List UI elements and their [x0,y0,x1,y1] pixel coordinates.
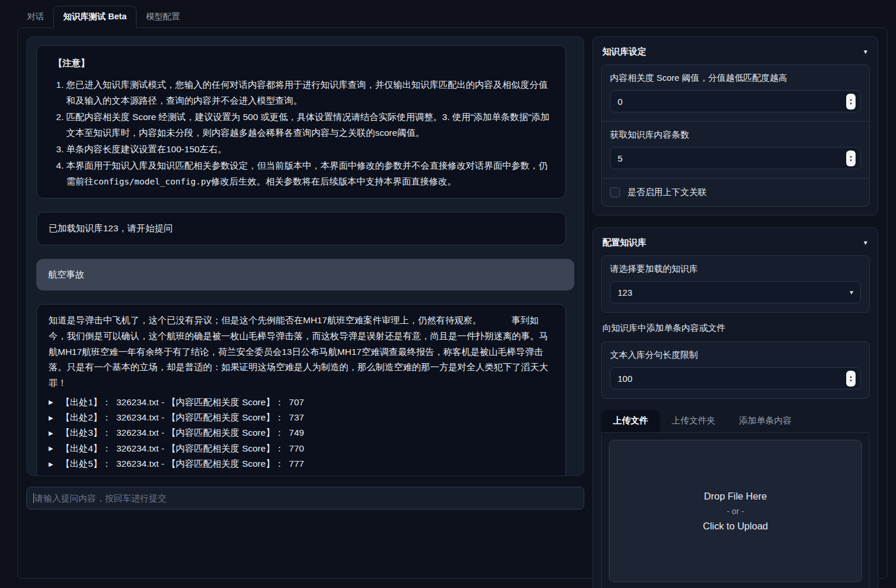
notice-item: 本界面用于知识入库及知识匹配相关参数设定，但当前版本中，本界面中修改的参数并不会… [66,158,554,190]
kb-select-form: 请选择要加载的知识库 ▾ [601,255,870,313]
context-checkbox-label: 是否启用上下文关联 [628,187,707,198]
kb-settings-form: 内容相关度 Score 阈值，分值越低匹配度越高 ▲▼ 获取知识库内容条数 ▲▼ [601,64,870,207]
upload-tabbar: 上传文件 上传文件夹 添加单条内容 [601,410,870,433]
notice-message: 【注意】 您已进入知识库测试模式，您输入的任何对话内容都将用于进行知识库查询，并… [36,45,566,199]
chevron-down-icon: ▼ [863,49,868,55]
tab-upload-folder[interactable]: 上传文件夹 [660,410,727,432]
text-caret [33,493,34,503]
answer-text: 知道是导弹击中飞机了，这个已没有异议；但是这个先例能否在MH17航班空难案件审理… [49,313,554,391]
notice-item: 单条内容长度建议设置在100-150左右。 [66,141,554,158]
tab-upload-file[interactable]: 上传文件 [601,410,660,432]
context-checkbox-row[interactable]: 是否启用上下文关联 [602,178,869,206]
dropzone-line1: Drop File Here [704,491,766,502]
main-tabbar: 对话 知识库测试 Beta 模型配置 [0,0,896,28]
score-threshold-input[interactable] [610,90,861,112]
question-input[interactable] [35,493,577,503]
sentence-length-input[interactable] [610,367,861,389]
tab-model-config[interactable]: 模型配置 [137,6,189,28]
bot-message-loaded: 已加载知识库123，请开始提问 [36,212,566,245]
add-content-label: 向知识库中添加单条内容或文件 [602,323,868,334]
user-message: 航空事故 [36,259,574,291]
chatbot-panel: 【注意】 您已进入知识库测试模式，您输入的任何对话内容都将用于进行知识库查询，并… [26,36,584,476]
kb-select-row: 请选择要加载的知识库 ▾ [602,256,869,312]
notice-title: 【注意】 [53,56,554,71]
topk-label: 获取知识库内容条数 [610,129,861,141]
kb-select-dropdown[interactable] [610,281,861,303]
chevron-down-icon: ▼ [863,240,868,246]
dropdown-caret-icon: ▾ [850,288,853,296]
kb-config-accordion: 配置知识库 ▼ 请选择要加载的知识库 ▾ 向知识库中添加单条内容或文件 文本入库… [592,227,878,588]
source-details-5[interactable]: ▶【出处5】： 326234.txt - 【内容匹配相关度 Score】： 77… [49,456,554,471]
dropzone-line3: Click to Upload [703,521,768,532]
tab-kb-test[interactable]: 知识库测试 Beta [53,6,137,28]
triangle-marker-icon: ▶ [49,428,53,438]
kb-config-title: 配置知识库 [602,237,646,248]
upload-tab-panel: Drop File Here - or - Click to Upload 上传… [601,433,870,588]
topk-input[interactable] [610,147,861,169]
settings-column: 知识库设定 ▼ 内容相关度 Score 阈值，分值越低匹配度越高 ▲▼ 获取知识… [592,36,878,570]
tab-content-panel: 【注意】 您已进入知识库测试模式，您输入的任何对话内容都将用于进行知识库查询，并… [18,28,887,579]
kb-settings-accordion-header[interactable]: 知识库设定 ▼ [601,43,870,64]
kb-select-label: 请选择要加载的知识库 [610,264,861,275]
source-details-1[interactable]: ▶【出处1】： 326234.txt - 【内容匹配相关度 Score】： 70… [49,395,554,410]
triangle-marker-icon: ▶ [49,443,53,453]
source-details-4[interactable]: ▶【出处4】： 326234.txt - 【内容匹配相关度 Score】： 77… [49,441,554,456]
notice-item: 您已进入知识库测试模式，您输入的任何对话内容都将用于进行知识库查询，并仅输出知识… [66,77,554,109]
chat-column: 【注意】 您已进入知识库测试模式，您输入的任何对话内容都将用于进行知识库查询，并… [26,36,584,570]
dropzone-line2: - or - [727,507,744,516]
tab-add-single-content[interactable]: 添加单条内容 [727,410,803,432]
notice-list: 您已进入知识库测试模式，您输入的任何对话内容都将用于进行知识库查询，并仅输出知识… [49,77,554,190]
triangle-marker-icon: ▶ [49,413,53,423]
kb-settings-accordion: 知识库设定 ▼ 内容相关度 Score 阈值，分值越低匹配度越高 ▲▼ 获取知识… [592,36,878,216]
kb-settings-title: 知识库设定 [602,46,646,57]
source-details-3[interactable]: ▶【出处3】： 326234.txt - 【内容匹配相关度 Score】： 74… [49,425,554,440]
bot-message-answer: 知道是导弹击中飞机了，这个已没有异议；但是这个先例能否在MH17航班空难案件审理… [36,304,566,476]
triangle-marker-icon: ▶ [49,459,53,469]
sentence-length-form: 文本入库分句长度限制 ▲▼ [601,341,870,399]
notice-item: 匹配内容相关度 Score 经测试，建议设置为 500 或更低，具体设置情况请结… [66,109,554,141]
tab-chat[interactable]: 对话 [18,6,53,28]
triangle-marker-icon: ▶ [49,397,53,407]
score-threshold-label: 内容相关度 Score 阈值，分值越低匹配度越高 [610,73,861,84]
topk-row: 获取知识库内容条数 ▲▼ [602,121,869,178]
sentence-length-row: 文本入库分句长度限制 ▲▼ [602,342,869,398]
score-threshold-row: 内容相关度 Score 阈值，分值越低匹配度越高 ▲▼ [602,65,869,121]
kb-config-accordion-header[interactable]: 配置知识库 ▼ [601,234,870,255]
number-spinner-icon[interactable]: ▲▼ [846,371,856,387]
config-path-code: configs/model_config.py [94,177,212,186]
file-dropzone[interactable]: Drop File Here - or - Click to Upload [609,440,862,582]
source-details-2[interactable]: ▶【出处2】： 326234.txt - 【内容匹配相关度 Score】： 73… [49,410,554,425]
number-spinner-icon[interactable]: ▲▼ [846,94,856,110]
sentence-length-label: 文本入库分句长度限制 [610,350,861,361]
question-input-wrapper [26,487,584,510]
number-spinner-icon[interactable]: ▲▼ [846,151,856,166]
context-checkbox[interactable] [610,187,620,197]
